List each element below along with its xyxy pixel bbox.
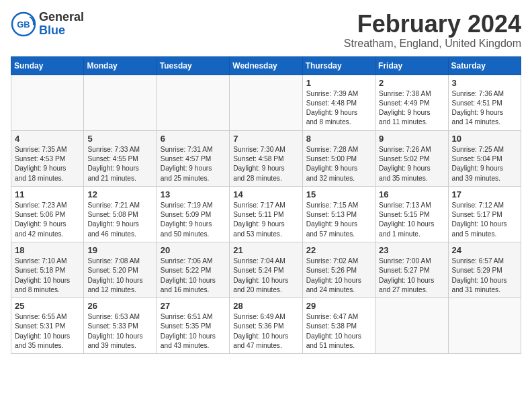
day-info: Sunrise: 6:55 AM Sunset: 5:31 PM Dayligh… [15,312,80,351]
calendar-cell: 28Sunrise: 6:49 AM Sunset: 5:36 PM Dayli… [230,298,302,354]
day-info: Sunrise: 7:38 AM Sunset: 4:49 PM Dayligh… [379,89,444,128]
page-header: GB General Blue February 2024 Streatham,… [11,11,521,50]
calendar-cell: 19Sunrise: 7:08 AM Sunset: 5:20 PM Dayli… [84,242,157,298]
day-info: Sunrise: 6:51 AM Sunset: 5:35 PM Dayligh… [161,312,226,351]
day-number: 12 [87,189,152,199]
day-number: 6 [161,134,226,144]
day-number: 8 [306,134,371,144]
day-number: 1 [306,78,371,88]
day-number: 14 [233,189,298,199]
day-info: Sunrise: 7:25 AM Sunset: 5:04 PM Dayligh… [452,145,517,183]
day-number: 22 [306,245,371,255]
logo: GB General Blue [11,11,84,38]
calendar-header-row: SundayMondayTuesdayWednesdayThursdayFrid… [11,56,521,75]
day-number: 7 [233,134,298,144]
day-info: Sunrise: 7:33 AM Sunset: 4:55 PM Dayligh… [87,145,152,183]
day-info: Sunrise: 7:31 AM Sunset: 4:57 PM Dayligh… [161,145,226,183]
day-info: Sunrise: 6:47 AM Sunset: 5:38 PM Dayligh… [306,312,371,351]
day-number: 3 [452,78,517,88]
calendar-cell [375,298,448,354]
day-number: 25 [15,301,80,311]
calendar-cell: 8Sunrise: 7:28 AM Sunset: 5:00 PM Daylig… [302,130,375,186]
day-info: Sunrise: 7:39 AM Sunset: 4:48 PM Dayligh… [306,89,371,128]
calendar-cell: 26Sunrise: 6:53 AM Sunset: 5:33 PM Dayli… [84,298,157,354]
day-number: 26 [87,301,152,311]
calendar-cell [157,75,229,130]
calendar-cell: 10Sunrise: 7:25 AM Sunset: 5:04 PM Dayli… [448,130,521,186]
day-number: 10 [452,134,517,144]
logo-name-line1: General [39,11,84,24]
calendar-cell: 5Sunrise: 7:33 AM Sunset: 4:55 PM Daylig… [84,130,157,186]
day-info: Sunrise: 7:10 AM Sunset: 5:18 PM Dayligh… [15,257,80,295]
day-number: 5 [87,134,152,144]
day-number: 17 [452,189,517,199]
day-info: Sunrise: 6:53 AM Sunset: 5:33 PM Dayligh… [87,312,152,351]
column-header-wednesday: Wednesday [230,56,302,75]
logo-name-line2: Blue [39,24,84,38]
calendar-cell: 25Sunrise: 6:55 AM Sunset: 5:31 PM Dayli… [11,298,84,354]
day-info: Sunrise: 7:06 AM Sunset: 5:22 PM Dayligh… [161,257,226,295]
day-number: 4 [15,134,80,144]
calendar-cell: 18Sunrise: 7:10 AM Sunset: 5:18 PM Dayli… [11,242,84,298]
day-info: Sunrise: 7:02 AM Sunset: 5:26 PM Dayligh… [306,257,371,295]
day-number: 18 [15,245,80,255]
day-info: Sunrise: 7:15 AM Sunset: 5:13 PM Dayligh… [306,201,371,239]
day-number: 20 [161,245,226,255]
day-info: Sunrise: 7:04 AM Sunset: 5:24 PM Dayligh… [233,257,298,295]
location-title: Streatham, England, United Kingdom [344,38,521,50]
column-header-saturday: Saturday [448,56,521,75]
day-number: 11 [15,189,80,199]
day-info: Sunrise: 7:12 AM Sunset: 5:17 PM Dayligh… [452,201,517,239]
day-number: 24 [452,245,517,255]
day-number: 2 [379,78,444,88]
calendar-cell: 2Sunrise: 7:38 AM Sunset: 4:49 PM Daylig… [375,75,448,130]
calendar-cell: 9Sunrise: 7:26 AM Sunset: 5:02 PM Daylig… [375,130,448,186]
calendar-cell: 23Sunrise: 7:00 AM Sunset: 5:27 PM Dayli… [375,242,448,298]
day-info: Sunrise: 7:17 AM Sunset: 5:11 PM Dayligh… [233,201,298,239]
day-number: 29 [306,301,371,311]
calendar-cell: 14Sunrise: 7:17 AM Sunset: 5:11 PM Dayli… [230,186,302,242]
calendar-cell: 6Sunrise: 7:31 AM Sunset: 4:57 PM Daylig… [157,130,229,186]
calendar-cell: 13Sunrise: 7:19 AM Sunset: 5:09 PM Dayli… [157,186,229,242]
day-info: Sunrise: 7:19 AM Sunset: 5:09 PM Dayligh… [161,201,226,239]
day-info: Sunrise: 7:00 AM Sunset: 5:27 PM Dayligh… [379,257,444,295]
column-header-sunday: Sunday [11,56,84,75]
calendar-cell: 29Sunrise: 6:47 AM Sunset: 5:38 PM Dayli… [302,298,375,354]
column-header-friday: Friday [375,56,448,75]
calendar-cell: 22Sunrise: 7:02 AM Sunset: 5:26 PM Dayli… [302,242,375,298]
day-info: Sunrise: 7:30 AM Sunset: 4:58 PM Dayligh… [233,145,298,183]
day-number: 27 [161,301,226,311]
calendar-table: SundayMondayTuesdayWednesdayThursdayFrid… [11,56,521,355]
calendar-cell: 17Sunrise: 7:12 AM Sunset: 5:17 PM Dayli… [448,186,521,242]
day-info: Sunrise: 7:21 AM Sunset: 5:08 PM Dayligh… [87,201,152,239]
svg-text:GB: GB [17,19,30,30]
day-number: 9 [379,134,444,144]
day-number: 21 [233,245,298,255]
calendar-cell: 4Sunrise: 7:35 AM Sunset: 4:53 PM Daylig… [11,130,84,186]
calendar-cell: 1Sunrise: 7:39 AM Sunset: 4:48 PM Daylig… [302,75,375,130]
title-block: February 2024 Streatham, England, United… [344,11,521,50]
day-info: Sunrise: 7:08 AM Sunset: 5:20 PM Dayligh… [87,257,152,295]
day-number: 16 [379,189,444,199]
day-number: 13 [161,189,226,199]
column-header-tuesday: Tuesday [157,56,229,75]
calendar-cell [84,75,157,130]
day-info: Sunrise: 7:28 AM Sunset: 5:00 PM Dayligh… [306,145,371,183]
calendar-cell: 3Sunrise: 7:36 AM Sunset: 4:51 PM Daylig… [448,75,521,130]
column-header-thursday: Thursday [302,56,375,75]
calendar-week-row: 11Sunrise: 7:23 AM Sunset: 5:06 PM Dayli… [11,186,521,242]
calendar-cell: 24Sunrise: 6:57 AM Sunset: 5:29 PM Dayli… [448,242,521,298]
day-info: Sunrise: 7:36 AM Sunset: 4:51 PM Dayligh… [452,89,517,128]
calendar-week-row: 25Sunrise: 6:55 AM Sunset: 5:31 PM Dayli… [11,298,521,354]
calendar-cell [448,298,521,354]
day-info: Sunrise: 7:26 AM Sunset: 5:02 PM Dayligh… [379,145,444,183]
day-info: Sunrise: 7:23 AM Sunset: 5:06 PM Dayligh… [15,201,80,239]
month-title: February 2024 [344,11,521,38]
calendar-cell: 16Sunrise: 7:13 AM Sunset: 5:15 PM Dayli… [375,186,448,242]
day-info: Sunrise: 7:35 AM Sunset: 4:53 PM Dayligh… [15,145,80,183]
calendar-cell: 11Sunrise: 7:23 AM Sunset: 5:06 PM Dayli… [11,186,84,242]
calendar-week-row: 4Sunrise: 7:35 AM Sunset: 4:53 PM Daylig… [11,130,521,186]
day-info: Sunrise: 7:13 AM Sunset: 5:15 PM Dayligh… [379,201,444,239]
day-number: 19 [87,245,152,255]
calendar-cell: 27Sunrise: 6:51 AM Sunset: 5:35 PM Dayli… [157,298,229,354]
